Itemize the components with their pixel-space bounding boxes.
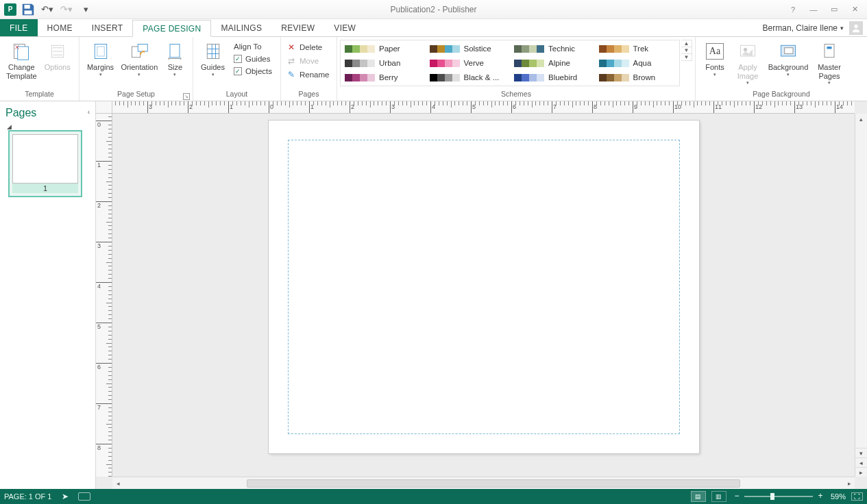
vertical-scrollbar[interactable]: ▴ ▾ ◂ ▸ [855, 114, 867, 477]
ruler-corner [96, 101, 112, 114]
tab-mailings[interactable]: MAILINGS [211, 19, 271, 36]
page-indicator[interactable]: PAGE: 1 OF 1 [4, 492, 52, 501]
zoom-track[interactable] [744, 496, 813, 497]
guides-button[interactable]: Guides▾ [197, 40, 228, 79]
horizontal-scrollbar[interactable]: ◂ ▸ [112, 477, 855, 489]
scheme-label: Aqua [633, 59, 652, 67]
vertical-ruler[interactable]: 0123456789 [96, 114, 112, 477]
scheme-paper[interactable]: Paper [343, 42, 423, 55]
align-objects-checkbox[interactable]: ✓Objects [231, 66, 275, 77]
svg-rect-1 [25, 10, 32, 14]
scheme-solstice[interactable]: Solstice [428, 42, 508, 55]
title-bar: P ↶▾ ↷▾ ▾ Publication2 - Publisher ? — ▭… [0, 0, 867, 19]
hscroll-thumb[interactable] [247, 479, 740, 488]
tab-page-design[interactable]: PAGE DESIGN [132, 20, 211, 37]
horizontal-ruler[interactable]: 32101234567891011121314 [112, 101, 855, 114]
scheme-label: Technic [548, 45, 575, 53]
scheme-swatches [430, 74, 460, 81]
options-icon [47, 41, 69, 62]
publication-page[interactable] [269, 121, 699, 453]
pointer-mode-icon[interactable]: ➤ [62, 492, 69, 501]
size-button[interactable]: Size▾ [162, 40, 188, 79]
group-label-pages: Pages [281, 90, 337, 101]
canvas[interactable] [112, 114, 855, 477]
tab-home[interactable]: HOME [38, 19, 82, 36]
align-guides-checkbox[interactable]: ✓Guides [231, 53, 275, 64]
scroll-up-button[interactable]: ▴ [855, 114, 867, 125]
tab-file[interactable]: FILE [0, 19, 38, 36]
keyboard-indicator-icon[interactable] [78, 492, 90, 501]
master-pages-button[interactable]: Master Pages▾ [812, 40, 846, 87]
pages-panel-collapse-button[interactable]: ‹ [88, 108, 90, 116]
scheme-technic[interactable]: Technic [513, 42, 592, 55]
close-button[interactable]: ✕ [845, 3, 864, 16]
scroll-right-button[interactable]: ▸ [844, 480, 855, 487]
margins-button[interactable]: Margins▾ [84, 40, 117, 79]
apply-image-icon [737, 41, 759, 62]
gallery-down-button[interactable]: ▼ [681, 47, 692, 54]
change-template-button[interactable]: Change Template [4, 40, 39, 81]
zoom-in-button[interactable]: + [816, 492, 825, 501]
scheme-trek[interactable]: Trek [598, 42, 677, 55]
page-setup-launcher[interactable]: ↘ [183, 93, 190, 100]
delete-page-button[interactable]: ✕Delete [284, 41, 332, 53]
pages-panel-expander-icon[interactable]: ◢ [4, 123, 91, 130]
background-button[interactable]: Background▾ [766, 40, 811, 79]
scheme-swatches [599, 45, 629, 53]
gallery-up-button[interactable]: ▲ [681, 40, 692, 47]
scheme-alpine[interactable]: Alpine [513, 56, 592, 70]
next-page-nav-button[interactable]: ▸ [855, 467, 867, 477]
canvas-area: 32101234567891011121314 0123456789 ▴ ▾ ◂… [96, 101, 867, 489]
window-title: Publication2 - Publisher [0, 5, 867, 14]
scheme-bluebird[interactable]: Bluebird [513, 71, 592, 84]
group-page-background: Aa Fonts▾ Apply Image▾ Background▾ Maste… [696, 37, 867, 101]
save-button[interactable] [21, 2, 36, 17]
scheme-black-[interactable]: Black & ... [428, 71, 508, 84]
scheme-verve[interactable]: Verve [428, 56, 508, 70]
svg-point-2 [854, 24, 857, 27]
scheme-swatches [599, 60, 629, 67]
schemes-gallery[interactable]: PaperSolsticeTechnicTrekUrbanVerveAlpine… [340, 40, 680, 86]
scroll-left-button[interactable]: ◂ [112, 480, 123, 487]
svg-rect-16 [825, 45, 834, 58]
orientation-button[interactable]: Orientation▾ [119, 40, 160, 79]
zoom-percent[interactable]: 59% [831, 492, 846, 501]
scheme-label: Berry [379, 73, 398, 81]
scheme-urban[interactable]: Urban [343, 56, 423, 70]
workspace: Pages ‹ ◢ 1 32101234567891011121314 0123… [0, 101, 867, 489]
svg-point-13 [744, 48, 747, 51]
tab-review[interactable]: REVIEW [271, 19, 324, 36]
scheme-label: Brown [633, 73, 656, 81]
tab-view[interactable]: VIEW [324, 19, 365, 36]
prev-page-nav-button[interactable]: ◂ [855, 457, 867, 467]
zoom-knob[interactable] [770, 493, 774, 500]
user-area[interactable]: Berman, Claire Ilene ▾ [763, 19, 867, 36]
fit-page-button[interactable]: ⛶ [851, 492, 863, 501]
tab-insert[interactable]: INSERT [82, 19, 133, 36]
svg-rect-15 [785, 48, 793, 54]
fonts-button[interactable]: Aa Fonts▾ [700, 40, 730, 79]
zoom-out-button[interactable]: − [732, 492, 742, 501]
undo-button[interactable]: ↶▾ [40, 2, 55, 17]
scheme-berry[interactable]: Berry [343, 71, 423, 84]
ribbon: Change Template Options Template Margins… [0, 37, 867, 101]
scroll-down-button[interactable]: ▾ [855, 448, 867, 457]
scheme-brown[interactable]: Brown [598, 71, 677, 84]
zoom-slider[interactable]: − + [732, 492, 825, 501]
status-bar: PAGE: 1 OF 1 ➤ ▤ ▥ − + 59% ⛶ [0, 489, 867, 504]
help-button[interactable]: ? [783, 3, 803, 16]
restore-button[interactable]: ▭ [825, 3, 844, 16]
minimize-button[interactable]: — [804, 3, 823, 16]
scheme-aqua[interactable]: Aqua [598, 56, 677, 70]
guides-icon [202, 41, 224, 62]
group-layout: Guides▾ Align To ✓Guides ✓Objects Layout [193, 37, 281, 101]
view-single-button[interactable]: ▤ [691, 491, 706, 502]
redo-button[interactable]: ↷▾ [59, 2, 74, 17]
gallery-more-button[interactable]: ▼ [681, 54, 692, 60]
background-icon [777, 41, 799, 62]
qat-customize-button[interactable]: ▾ [78, 2, 93, 17]
rename-page-button[interactable]: ✎Rename [284, 68, 332, 81]
hscroll-track[interactable] [123, 479, 844, 488]
view-two-page-button[interactable]: ▥ [711, 491, 726, 502]
page-thumbnail[interactable]: 1 [8, 130, 82, 197]
